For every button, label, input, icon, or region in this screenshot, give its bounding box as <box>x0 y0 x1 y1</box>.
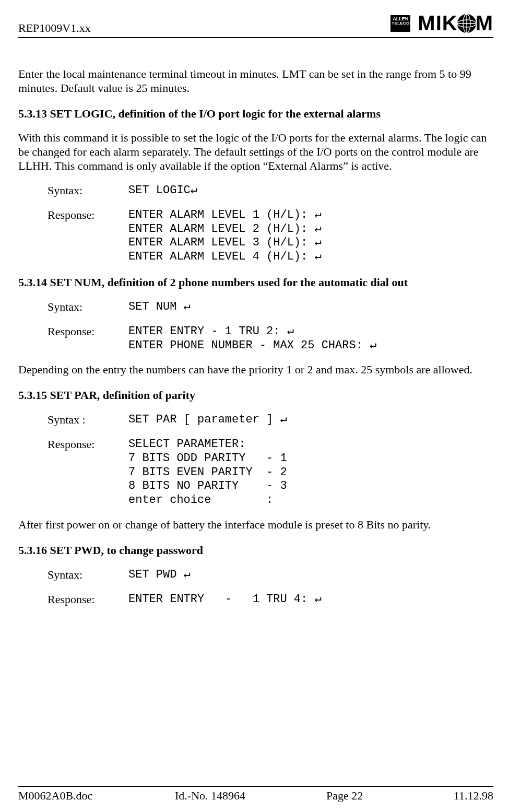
allen-telecom-logo: ALLEN TELECOM <box>390 15 410 32</box>
mikom-logo: MIK M <box>418 11 493 35</box>
footer-divider <box>18 786 493 787</box>
globe-icon <box>457 14 477 33</box>
response-value: ENTER ENTRY - 1 TRU 4: ↵ <box>128 593 322 607</box>
section-5-3-13-response-block: Response: ENTER ALARM LEVEL 1 (H/L): ↵ E… <box>48 208 493 264</box>
logo-group: ALLEN TELECOM MIK M <box>390 11 493 35</box>
page-header: REP1009V1.xx ALLEN TELECOM MIK M <box>18 11 493 37</box>
footer-date: 11.12.98 <box>446 789 493 803</box>
section-5-3-13-syntax-block: Syntax: SET LOGIC↵ <box>48 184 493 198</box>
allen-logo-line2: TELECOM <box>392 21 409 26</box>
section-5-3-13-paragraph: With this command it is possible to set … <box>18 131 493 173</box>
mikom-logo-left: MIK <box>418 11 457 35</box>
response-value: ENTER ALARM LEVEL 1 (H/L): ↵ ENTER ALARM… <box>128 208 322 264</box>
syntax-label: Syntax : <box>48 413 128 427</box>
syntax-value: SET NUM ↵ <box>128 300 191 314</box>
section-5-3-15-response-block: Response: SELECT PARAMETER: 7 BITS ODD P… <box>48 438 493 508</box>
syntax-value: SET PAR [ parameter ] ↵ <box>128 413 287 427</box>
response-label: Response: <box>48 208 128 264</box>
response-value: ENTER ENTRY - 1 TRU 2: ↵ ENTER PHONE NUM… <box>128 325 376 353</box>
section-5-3-14-response-block: Response: ENTER ENTRY - 1 TRU 2: ↵ ENTER… <box>48 325 493 353</box>
response-label: Response: <box>48 593 128 607</box>
response-value: SELECT PARAMETER: 7 BITS ODD PARITY - 1 … <box>128 438 287 508</box>
footer-file: M0062A0B.doc <box>18 789 175 803</box>
syntax-label: Syntax: <box>48 300 128 314</box>
syntax-value: SET PWD ↵ <box>128 568 191 582</box>
response-label: Response: <box>48 325 128 353</box>
section-5-3-13-heading: 5.3.13 SET LOGIC, definition of the I/O … <box>18 107 493 121</box>
footer-page: Page 22 <box>326 789 446 803</box>
section-5-3-14-paragraph: Depending on the entry the numbers can h… <box>18 363 493 377</box>
header-divider <box>18 37 493 38</box>
section-5-3-14-heading: 5.3.14 SET NUM, definition of 2 phone nu… <box>18 276 493 290</box>
syntax-label: Syntax: <box>48 568 128 582</box>
section-5-3-15-syntax-block: Syntax : SET PAR [ parameter ] ↵ <box>48 413 493 427</box>
section-5-3-16-response-block: Response: ENTER ENTRY - 1 TRU 4: ↵ <box>48 593 493 607</box>
section-5-3-15-paragraph: After first power on or change of batter… <box>18 518 493 532</box>
page-content: Enter the local maintenance terminal tim… <box>18 67 493 606</box>
syntax-value: SET LOGIC↵ <box>128 184 197 198</box>
mikom-logo-right: M <box>476 11 493 35</box>
section-5-3-16-heading: 5.3.16 SET PWD, to change password <box>18 544 493 558</box>
doc-reference: REP1009V1.xx <box>18 21 91 35</box>
syntax-label: Syntax: <box>48 184 128 198</box>
intro-paragraph: Enter the local maintenance terminal tim… <box>18 67 493 96</box>
response-label: Response: <box>48 438 128 508</box>
footer-id: Id.-No. 148964 <box>175 789 326 803</box>
section-5-3-16-syntax-block: Syntax: SET PWD ↵ <box>48 568 493 582</box>
section-5-3-14-syntax-block: Syntax: SET NUM ↵ <box>48 300 493 314</box>
section-5-3-15-heading: 5.3.15 SET PAR, definition of parity <box>18 389 493 403</box>
page-footer: M0062A0B.doc Id.-No. 148964 Page 22 11.1… <box>18 786 493 803</box>
